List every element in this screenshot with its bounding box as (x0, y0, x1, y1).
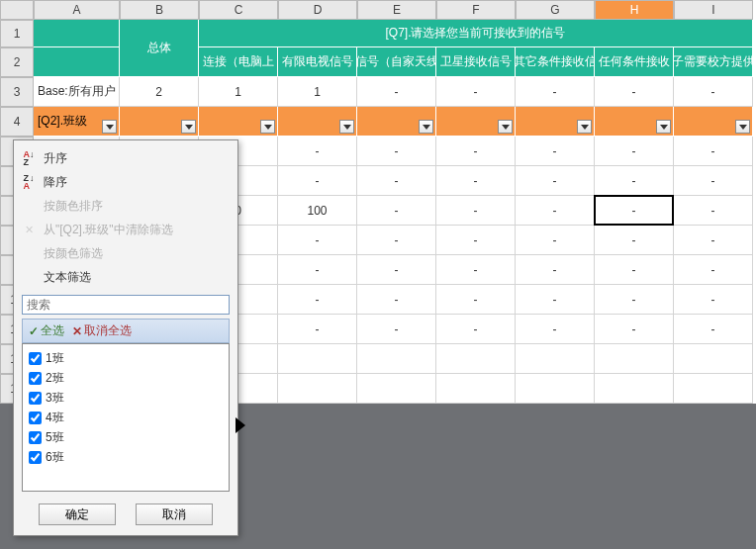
cell[interactable]: - (674, 226, 753, 255)
cancel-button[interactable]: 取消 (136, 503, 213, 525)
cell[interactable] (436, 374, 516, 404)
filter-button[interactable] (339, 120, 354, 134)
cell[interactable] (516, 107, 595, 137)
cell[interactable] (516, 344, 595, 374)
cell[interactable]: - (357, 137, 436, 166)
cell[interactable]: 连接（电脑上 (199, 47, 278, 77)
cell[interactable]: 子需要校方提供 (674, 47, 753, 77)
cell[interactable] (278, 374, 357, 404)
cell[interactable]: - (357, 77, 436, 107)
cell[interactable] (436, 107, 516, 137)
select-all-link[interactable]: ✓全选 (29, 322, 64, 339)
filter-listbox[interactable]: 1班2班3班4班5班6班 (22, 343, 230, 492)
cell[interactable]: - (357, 166, 436, 196)
cell[interactable]: - (436, 315, 516, 344)
col-header-E[interactable]: E (357, 0, 436, 20)
cell[interactable] (34, 47, 120, 77)
cell[interactable]: 1 (278, 77, 357, 107)
cell[interactable]: 1 (199, 77, 278, 107)
col-header-G[interactable]: G (516, 0, 595, 20)
cell[interactable] (278, 107, 357, 137)
list-checkbox[interactable] (29, 431, 42, 444)
list-item[interactable]: 6班 (29, 447, 223, 467)
cell[interactable] (516, 374, 595, 404)
list-checkbox[interactable] (29, 372, 42, 385)
col-header-B[interactable]: B (120, 0, 199, 20)
cell[interactable]: - (674, 137, 753, 166)
cell[interactable] (357, 374, 436, 404)
cell[interactable]: - (278, 137, 357, 166)
filter-button[interactable] (656, 120, 671, 134)
cell[interactable]: - (595, 166, 674, 196)
list-item[interactable]: 2班 (29, 368, 223, 388)
ok-button[interactable]: 确定 (39, 503, 116, 525)
cell[interactable]: - (595, 255, 674, 285)
cell[interactable]: - (516, 226, 595, 255)
filter-button[interactable] (260, 120, 275, 134)
cell[interactable]: - (436, 226, 516, 255)
sort-desc[interactable]: ZA↓ 降序 (14, 170, 237, 194)
cell[interactable]: 有限电视信号 (278, 47, 357, 77)
cell[interactable]: - (674, 285, 753, 315)
cell[interactable]: - (278, 226, 357, 255)
cell[interactable]: - (595, 285, 674, 315)
col-header-C[interactable]: C (199, 0, 278, 20)
cell[interactable]: - (278, 255, 357, 285)
list-checkbox[interactable] (29, 412, 42, 424)
cell[interactable]: - (516, 315, 595, 344)
col-header-I[interactable]: I (674, 0, 753, 20)
col-header-A[interactable]: A (34, 0, 120, 20)
cell[interactable]: - (516, 137, 595, 166)
list-checkbox[interactable] (29, 352, 42, 365)
row-header-1[interactable]: 1 (0, 20, 34, 47)
cell[interactable]: - (595, 196, 674, 226)
cell[interactable]: [Q7].请选择您当前可接收到的信号 (199, 20, 753, 47)
cell[interactable]: - (436, 137, 516, 166)
cell[interactable] (357, 107, 436, 137)
text-filter[interactable]: 文本筛选 (14, 265, 237, 289)
col-header-D[interactable]: D (278, 0, 357, 20)
cell[interactable]: - (516, 285, 595, 315)
cell[interactable]: 100 (278, 196, 357, 226)
filter-button[interactable] (577, 120, 592, 134)
select-all-corner[interactable] (0, 0, 34, 20)
col-header-H[interactable]: H (595, 0, 674, 20)
cell[interactable]: - (436, 166, 516, 196)
cell[interactable]: - (278, 166, 357, 196)
cell[interactable]: - (595, 137, 674, 166)
list-checkbox[interactable] (29, 451, 42, 464)
cell[interactable] (595, 344, 674, 374)
filter-button[interactable] (181, 120, 196, 134)
list-item[interactable]: 3班 (29, 388, 223, 408)
filter-button[interactable] (102, 120, 117, 134)
cell[interactable] (595, 374, 674, 404)
cell[interactable]: 其它条件接收信 (516, 47, 595, 77)
col-header-F[interactable]: F (436, 0, 516, 20)
cell[interactable]: - (436, 285, 516, 315)
filter-button[interactable] (735, 120, 750, 134)
row-header-4[interactable]: 4 (0, 107, 34, 137)
cell[interactable]: - (674, 77, 753, 107)
cell[interactable]: - (516, 166, 595, 196)
cell[interactable]: - (357, 226, 436, 255)
cell[interactable] (674, 374, 753, 404)
cell[interactable] (436, 344, 516, 374)
filter-button[interactable] (419, 120, 433, 134)
list-checkbox[interactable] (29, 392, 42, 405)
cell[interactable]: - (436, 255, 516, 285)
cell[interactable]: - (674, 315, 753, 344)
list-item[interactable]: 4班 (29, 408, 223, 427)
sort-asc[interactable]: AZ↓ 升序 (14, 146, 237, 170)
cell[interactable]: - (357, 255, 436, 285)
cell[interactable]: - (516, 196, 595, 226)
cell[interactable]: - (436, 196, 516, 226)
cell[interactable]: - (595, 77, 674, 107)
cell[interactable]: - (674, 196, 753, 226)
cell[interactable]: - (595, 315, 674, 344)
list-item[interactable]: 1班 (29, 348, 223, 368)
cell[interactable]: - (595, 226, 674, 255)
cell[interactable]: - (278, 285, 357, 315)
cell[interactable] (595, 107, 674, 137)
cell[interactable]: - (357, 315, 436, 344)
cell[interactable] (199, 107, 278, 137)
